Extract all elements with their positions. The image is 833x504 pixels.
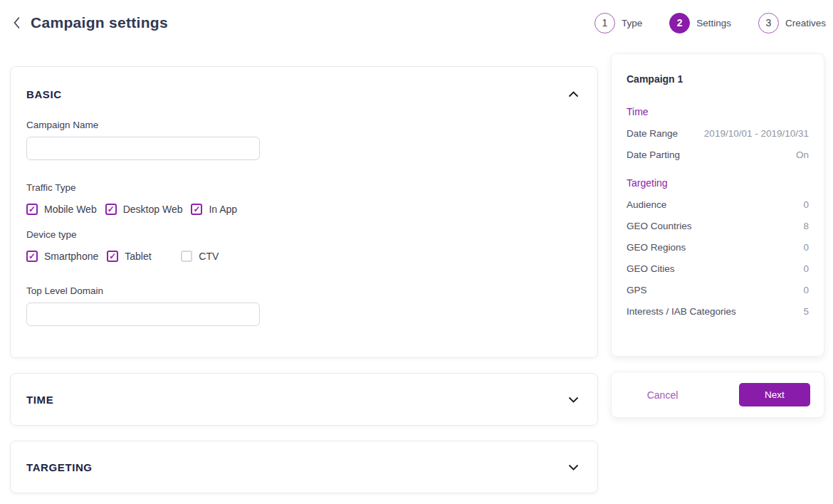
- campaign-name-label: Campaign Name: [26, 120, 582, 130]
- checkbox-icon: [26, 204, 38, 215]
- chevron-down-icon: [568, 464, 579, 471]
- stepper-step-settings[interactable]: 2 Settings: [669, 13, 731, 33]
- back-button[interactable]: [11, 15, 22, 31]
- summary-row-label: GEO Countries: [627, 221, 692, 231]
- summary-row-value: 2019/10/01 - 2019/10/31: [704, 128, 809, 139]
- page-header: Campaign settings 1 Type 2 Settings 3 Cr…: [0, 0, 833, 46]
- step-number-badge: 2: [669, 13, 690, 33]
- summary-row-date-range: Date Range 2019/10/01 - 2019/10/31: [627, 122, 809, 144]
- summary-row-value: 0: [803, 285, 809, 295]
- step-number-badge: 3: [758, 13, 779, 33]
- time-section-card[interactable]: TIME: [10, 373, 598, 426]
- checkbox-icon: [26, 251, 38, 262]
- summary-row-label: Interests / IAB Categories: [627, 306, 736, 317]
- basic-section-title: BASIC: [26, 88, 62, 100]
- summary-row-value: On: [796, 149, 809, 160]
- time-expand-button[interactable]: [565, 394, 582, 406]
- wizard-actions-card: Cancel Next: [611, 372, 824, 418]
- campaign-summary-card: Campaign 1 Time Date Range 2019/10/01 - …: [611, 53, 824, 357]
- summary-row-value: 5: [803, 306, 809, 317]
- checkbox-label: Mobile Web: [44, 204, 97, 215]
- checkbox-label: Tablet: [125, 251, 151, 262]
- targeting-section-card[interactable]: TARGETING: [10, 441, 598, 493]
- summary-row-geo-countries: GEO Countries 8: [627, 215, 809, 236]
- summary-row-label: GEO Cities: [627, 263, 675, 274]
- campaign-name-input[interactable]: [26, 137, 260, 160]
- checkbox-smartphone[interactable]: Smartphone: [26, 251, 107, 262]
- summary-row-geo-regions: GEO Regions 0: [627, 236, 809, 258]
- chevron-down-icon: [568, 397, 579, 403]
- chevron-left-icon: [13, 16, 21, 29]
- summary-row-geo-cities: GEO Cities 0: [627, 258, 809, 279]
- device-type-group: Smartphone Tablet CTV: [26, 251, 582, 262]
- checkbox-label: In App: [209, 204, 237, 215]
- next-button[interactable]: Next: [739, 383, 810, 406]
- traffic-type-label: Traffic Type: [26, 182, 582, 193]
- summary-row-gps: GPS 0: [627, 279, 809, 300]
- checkbox-label: Desktop Web: [123, 204, 183, 215]
- targeting-section-title: TARGETING: [26, 461, 93, 473]
- summary-row-audience: Audience 0: [627, 194, 809, 215]
- summary-row-label: Date Parting: [627, 149, 680, 160]
- checkbox-label: CTV: [199, 251, 219, 262]
- page-title: Campaign settings: [31, 14, 168, 31]
- step-label: Settings: [696, 18, 731, 28]
- step-label: Creatives: [785, 18, 826, 28]
- summary-row-label: Audience: [627, 199, 666, 210]
- summary-group-time: Time: [627, 101, 809, 122]
- device-type-label: Device type: [26, 229, 582, 240]
- top-level-domain-input[interactable]: [26, 303, 260, 326]
- checkbox-mobile-web[interactable]: Mobile Web: [26, 204, 105, 215]
- top-level-domain-label: Top Level Domain: [26, 285, 582, 296]
- targeting-expand-button[interactable]: [565, 461, 582, 473]
- basic-section-card: BASIC Campaign Name Traffic Type Mobile …: [10, 66, 598, 358]
- summary-row-interests-iab: Interests / IAB Categories 5: [627, 300, 809, 322]
- time-section-title: TIME: [26, 394, 53, 406]
- summary-row-value: 0: [803, 199, 809, 210]
- summary-row-value: 8: [803, 221, 809, 231]
- checkbox-icon: [105, 204, 117, 215]
- summary-row-value: 0: [803, 263, 809, 274]
- wizard-stepper: 1 Type 2 Settings 3 Creatives: [567, 13, 826, 33]
- traffic-type-group: Mobile Web Desktop Web In App: [26, 204, 582, 215]
- summary-row-label: GPS: [627, 285, 647, 295]
- summary-row-value: 0: [803, 242, 809, 253]
- stepper-step-type[interactable]: 1 Type: [594, 13, 642, 33]
- checkbox-icon: [191, 204, 202, 215]
- summary-row-label: GEO Regions: [627, 242, 686, 253]
- step-number-badge: 1: [594, 13, 615, 33]
- summary-group-targeting: Targeting: [627, 172, 809, 194]
- summary-campaign-title: Campaign 1: [627, 68, 809, 90]
- chevron-up-icon: [568, 91, 579, 98]
- cancel-button[interactable]: Cancel: [612, 389, 739, 401]
- checkbox-ctv[interactable]: CTV: [181, 251, 255, 262]
- checkbox-tablet[interactable]: Tablet: [107, 251, 181, 262]
- step-label: Type: [622, 18, 642, 28]
- checkbox-icon: [107, 251, 118, 262]
- stepper-step-creatives[interactable]: 3 Creatives: [758, 13, 826, 33]
- checkbox-desktop-web[interactable]: Desktop Web: [105, 204, 192, 215]
- summary-row-label: Date Range: [627, 128, 678, 139]
- checkbox-in-app[interactable]: In App: [191, 204, 265, 215]
- basic-collapse-button[interactable]: [565, 88, 582, 100]
- checkbox-icon: [181, 251, 192, 262]
- checkbox-label: Smartphone: [44, 251, 98, 262]
- summary-row-date-parting: Date Parting On: [627, 144, 809, 165]
